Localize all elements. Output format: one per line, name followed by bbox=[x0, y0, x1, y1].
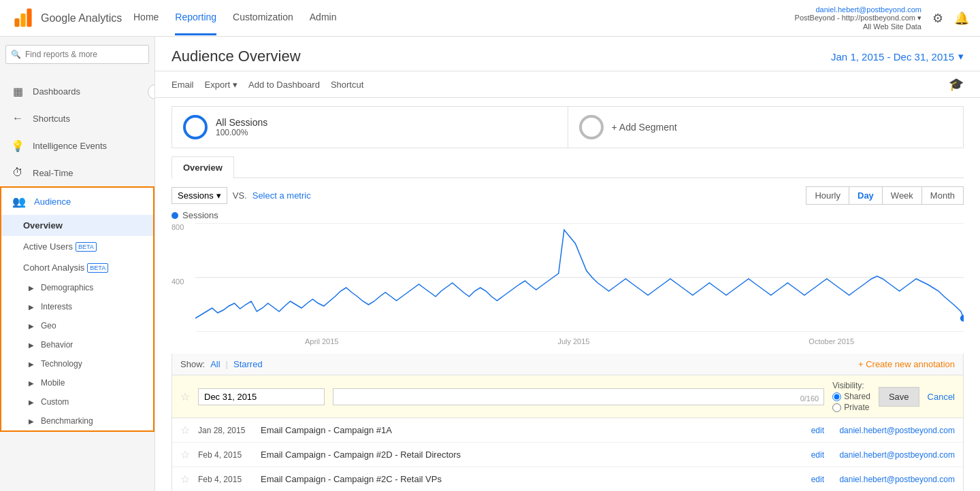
segment-add-circle bbox=[579, 115, 604, 139]
ann-user-2: daniel.hebert@postbeyond.com bbox=[832, 475, 955, 484]
main-nav: Home Reporting Customization Admin bbox=[133, 1, 795, 35]
notifications-icon[interactable]: 🔔 bbox=[954, 11, 969, 26]
sidebar-sub-overview-label: Overview bbox=[23, 220, 63, 231]
metric-dropdown[interactable]: Sessions ▾ bbox=[172, 187, 227, 204]
segment-all-sessions[interactable]: All Sessions 100.00% bbox=[172, 106, 568, 148]
ann-edit-0[interactable]: edit bbox=[811, 426, 824, 435]
export-button[interactable]: Export ▾ bbox=[205, 80, 238, 90]
visibility-label: Visibility: bbox=[832, 381, 870, 390]
filter-starred-link[interactable]: Starred bbox=[233, 359, 263, 369]
select-metric-link[interactable]: Select a metric bbox=[252, 190, 311, 201]
sidebar-sub-mobile[interactable]: ▶ Mobile bbox=[1, 373, 153, 392]
time-btn-week[interactable]: Week bbox=[882, 186, 922, 205]
nav-home[interactable]: Home bbox=[133, 1, 159, 35]
save-annotation-button[interactable]: Save bbox=[879, 387, 919, 407]
sidebar-sub-cohort[interactable]: Cohort Analysis BETA bbox=[1, 257, 153, 278]
sidebar-sub-interests[interactable]: ▶ Interests bbox=[1, 297, 153, 316]
sidebar-sub-benchmarking[interactable]: ▶ Benchmarking bbox=[1, 411, 153, 430]
visibility-private-option[interactable]: Private bbox=[832, 403, 870, 412]
nav-reporting[interactable]: Reporting bbox=[175, 1, 216, 35]
sidebar-sub-overview[interactable]: Overview bbox=[1, 215, 153, 236]
email-button[interactable]: Email bbox=[172, 80, 194, 90]
legend-label-sessions: Sessions bbox=[182, 210, 218, 220]
ann-text-1: Email Campaign - Campaign #2D - Retail D… bbox=[261, 450, 803, 460]
metric-chevron-icon: ▾ bbox=[216, 190, 221, 201]
export-label: Export bbox=[205, 80, 231, 90]
ann-edit-1[interactable]: edit bbox=[811, 450, 824, 460]
sidebar-item-shortcuts-label: Shortcuts bbox=[33, 114, 70, 124]
nav-customization[interactable]: Customization bbox=[233, 1, 293, 35]
time-btn-day[interactable]: Day bbox=[849, 186, 883, 205]
add-to-dashboard-button[interactable]: Add to Dashboard bbox=[248, 80, 320, 90]
chart-wrapper: 800 400 bbox=[172, 223, 964, 345]
segment-add[interactable]: + Add Segment bbox=[568, 106, 964, 148]
visibility-shared-radio[interactable] bbox=[832, 392, 841, 401]
sidebar-item-realtime-label: Real-Time bbox=[33, 168, 73, 178]
ann-date-2: Feb 4, 2015 bbox=[198, 475, 252, 484]
sidebar-item-dashboards[interactable]: ▦ Dashboards bbox=[0, 78, 154, 105]
nav-admin[interactable]: Admin bbox=[310, 1, 337, 35]
sidebar-item-realtime[interactable]: ⏱ Real-Time bbox=[0, 159, 154, 186]
sidebar-sub-demographics[interactable]: ▶ Demographics bbox=[1, 278, 153, 297]
date-range-text: Jan 1, 2015 - Dec 31, 2015 bbox=[831, 51, 954, 63]
sidebar-item-intelligence[interactable]: 💡 Intelligence Events bbox=[0, 132, 154, 159]
annotation-row: ☆ Feb 4, 2015 Email Campaign - Campaign … bbox=[172, 443, 963, 467]
sidebar-item-dashboards-label: Dashboards bbox=[33, 86, 80, 97]
annotation-text-wrapper: 0/160 bbox=[333, 388, 824, 405]
new-annotation-form: ☆ 0/160 Visibility: Shared Private bbox=[172, 375, 963, 418]
visibility-group: Visibility: Shared Private bbox=[832, 381, 870, 412]
interests-chevron-icon: ▶ bbox=[29, 303, 34, 311]
chart-svg-area bbox=[195, 223, 964, 332]
date-range-picker[interactable]: Jan 1, 2015 - Dec 31, 2015 ▾ bbox=[831, 50, 964, 63]
page-title: Audience Overview bbox=[172, 48, 301, 65]
intelligence-icon: 💡 bbox=[11, 139, 24, 152]
visibility-shared-option[interactable]: Shared bbox=[832, 392, 870, 401]
create-annotation-button[interactable]: + Create new annotation bbox=[858, 359, 955, 369]
y-label-800: 800 bbox=[172, 223, 192, 231]
filter-separator: | bbox=[226, 359, 228, 369]
time-btn-hourly[interactable]: Hourly bbox=[806, 186, 849, 205]
star-icon[interactable]: ☆ bbox=[180, 390, 190, 403]
cohort-beta-badge: BETA bbox=[87, 263, 108, 273]
sidebar-sub-geo[interactable]: ▶ Geo bbox=[1, 316, 153, 335]
mobile-chevron-icon: ▶ bbox=[29, 379, 34, 387]
star-icon-row2[interactable]: ☆ bbox=[180, 473, 190, 486]
user-email[interactable]: daniel.hebert@postbeyond.com bbox=[795, 5, 921, 14]
x-label-october: October 2015 bbox=[808, 337, 854, 345]
segment-all-pct: 100.00% bbox=[216, 128, 267, 137]
show-label: Show: bbox=[180, 359, 205, 369]
cancel-annotation-button[interactable]: Cancel bbox=[928, 392, 955, 402]
segment-circle-all bbox=[183, 115, 208, 139]
ann-user-1: daniel.hebert@postbeyond.com bbox=[832, 450, 955, 460]
annotations-area: Show: All | Starred + Create new annotat… bbox=[172, 354, 964, 491]
shortcut-graduation-icon[interactable]: 🎓 bbox=[949, 77, 964, 92]
filter-all-link[interactable]: All bbox=[210, 359, 220, 369]
star-icon-row1[interactable]: ☆ bbox=[180, 448, 190, 461]
settings-icon[interactable]: ⚙ bbox=[932, 11, 943, 26]
x-label-april: April 2015 bbox=[305, 337, 339, 345]
time-btn-month[interactable]: Month bbox=[921, 186, 964, 205]
visibility-private-radio[interactable] bbox=[832, 403, 841, 412]
sidebar-item-audience[interactable]: 👥 Audience bbox=[1, 188, 153, 215]
sidebar-item-shortcuts[interactable]: ← Shortcuts bbox=[0, 105, 154, 132]
star-icon-row0[interactable]: ☆ bbox=[180, 424, 190, 437]
sidebar-sub-interests-label: Interests bbox=[41, 302, 72, 311]
shortcut-button[interactable]: Shortcut bbox=[331, 80, 363, 90]
sidebar-sub-active-users[interactable]: Active Users BETA bbox=[1, 236, 153, 257]
geo-chevron-icon: ▶ bbox=[29, 322, 34, 330]
sidebar-sub-behavior[interactable]: ▶ Behavior bbox=[1, 335, 153, 354]
sidebar-sub-custom[interactable]: ▶ Custom bbox=[1, 392, 153, 411]
sidebar-item-audience-label: Audience bbox=[34, 197, 71, 207]
logo-text: Google Analytics bbox=[41, 12, 122, 24]
char-count: 0/160 bbox=[800, 394, 819, 403]
annotation-text-input[interactable] bbox=[333, 388, 824, 405]
ann-date-1: Feb 4, 2015 bbox=[198, 450, 252, 460]
sidebar: ‹ 🔍 ▦ Dashboards ← Shortcuts 💡 Intellige… bbox=[0, 37, 155, 491]
sidebar-sub-technology[interactable]: ▶ Technology bbox=[1, 354, 153, 373]
user-site[interactable]: PostBeyond - http://postbeyond.com ▾ bbox=[795, 14, 921, 22]
ann-edit-2[interactable]: edit bbox=[811, 475, 824, 484]
svg-point-6 bbox=[960, 315, 964, 322]
search-input[interactable] bbox=[5, 45, 149, 64]
annotation-date-input[interactable] bbox=[198, 388, 325, 405]
tab-overview[interactable]: Overview bbox=[172, 156, 234, 178]
